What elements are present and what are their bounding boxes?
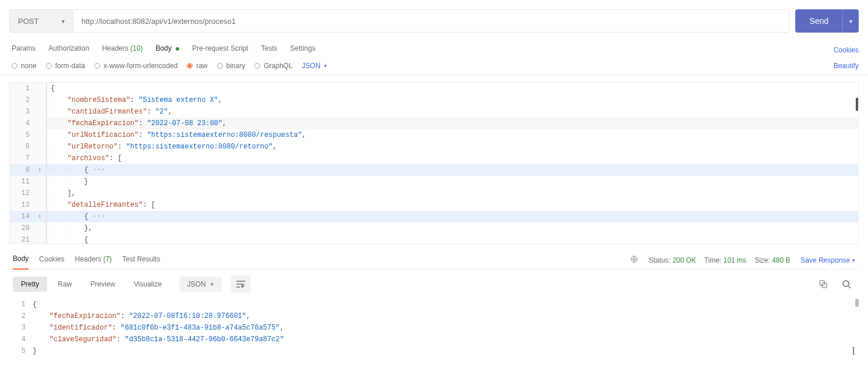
response-body-viewer[interactable]: I 1{2 "fechaExpiracion": "2022-07-08T16:… bbox=[9, 299, 859, 357]
code-line[interactable]: 6· "urlRetorno": "https:sistemaexterno:8… bbox=[10, 141, 858, 153]
line-number: 6 bbox=[10, 141, 33, 153]
line-number: 4 bbox=[10, 118, 33, 129]
line-number: 2 bbox=[9, 310, 33, 322]
view-visualize[interactable]: Visualize bbox=[126, 277, 170, 292]
fold-toggle bbox=[33, 94, 46, 106]
code-line[interactable]: 1{ bbox=[10, 83, 858, 94]
line-number: 1 bbox=[10, 83, 33, 94]
chevron-down-icon: ▾ bbox=[852, 257, 855, 263]
fold-toggle bbox=[33, 222, 46, 234]
response-toolbar: Pretty Raw Preview Visualize JSON ▾ bbox=[9, 270, 859, 299]
code-line[interactable]: 21· · { bbox=[10, 234, 858, 244]
send-button[interactable]: Send bbox=[795, 9, 842, 33]
copy-button[interactable] bbox=[814, 275, 832, 293]
radio-xwww[interactable]: x-www-form-urlencoded bbox=[94, 62, 177, 70]
body-modified-indicator bbox=[176, 47, 179, 51]
fold-toggle bbox=[33, 106, 46, 118]
caret-icon: I bbox=[852, 345, 855, 357]
copy-icon bbox=[819, 280, 827, 288]
globe-icon[interactable] bbox=[630, 255, 638, 265]
res-headers-count: (7) bbox=[103, 255, 112, 263]
scroll-indicator bbox=[856, 98, 858, 111]
fold-toggle[interactable]: › bbox=[33, 164, 46, 176]
code-line[interactable]: 3· "cantidadFirmantes": "2", bbox=[10, 106, 858, 118]
view-raw[interactable]: Raw bbox=[49, 277, 80, 292]
line-number: 20 bbox=[10, 222, 33, 234]
send-dropdown[interactable]: ▾ bbox=[842, 9, 859, 33]
fold-toggle bbox=[33, 129, 46, 141]
code-line[interactable]: 3 "identificador": "681c0f6b-e3f1-483a-9… bbox=[9, 322, 859, 334]
view-pretty[interactable]: Pretty bbox=[13, 277, 47, 292]
code-line[interactable]: 13· "detalleFirmantes": [ bbox=[10, 199, 858, 211]
search-icon bbox=[842, 280, 851, 289]
line-number: 1 bbox=[9, 299, 33, 310]
line-number: 11 bbox=[10, 176, 33, 188]
radio-none[interactable]: none bbox=[12, 62, 37, 70]
line-number: 4 bbox=[9, 334, 33, 345]
view-preview[interactable]: Preview bbox=[82, 277, 123, 292]
fold-toggle bbox=[33, 176, 46, 188]
line-number: 14 bbox=[10, 211, 33, 222]
fold-toggle[interactable]: › bbox=[33, 211, 46, 222]
raw-format-select[interactable]: JSON ▾ bbox=[302, 62, 327, 70]
chevron-down-icon: ▾ bbox=[211, 281, 214, 287]
res-tab-headers[interactable]: Headers (7) bbox=[75, 252, 112, 269]
response-section: Body Cookies Headers (7) Test Results St… bbox=[0, 244, 868, 357]
code-line[interactable]: 4 "claveSeguridad": "d35b8c1a-5318-4427-… bbox=[9, 334, 859, 345]
code-line[interactable]: 1{ bbox=[9, 299, 859, 310]
line-number: 3 bbox=[10, 106, 33, 118]
status-code: 200 OK bbox=[673, 256, 696, 264]
radio-raw[interactable]: raw bbox=[187, 62, 207, 70]
save-response-button[interactable]: Save Response ▾ bbox=[801, 256, 855, 264]
code-line[interactable]: 4· "fechaExpiracion": "2022-07-08 23:00"… bbox=[10, 118, 858, 129]
tab-headers[interactable]: Headers (10) bbox=[102, 42, 143, 58]
line-number: 13 bbox=[10, 199, 33, 211]
code-line[interactable]: 5} bbox=[9, 345, 859, 357]
res-tab-cookies[interactable]: Cookies bbox=[39, 252, 64, 269]
tab-tests[interactable]: Tests bbox=[261, 42, 278, 58]
code-line[interactable]: 7· "archivos": [ bbox=[10, 153, 858, 164]
tab-params[interactable]: Params bbox=[12, 42, 35, 58]
chevron-down-icon: ▾ bbox=[324, 63, 327, 69]
tab-body[interactable]: Body bbox=[155, 42, 179, 58]
response-status: Status: 200 OK Time: 101 ms Size: 480 B bbox=[649, 256, 790, 264]
wrap-lines-button[interactable] bbox=[231, 275, 251, 293]
res-tab-body[interactable]: Body bbox=[13, 251, 29, 270]
radio-formdata[interactable]: form-data bbox=[46, 62, 85, 70]
scroll-indicator bbox=[855, 299, 859, 307]
code-line[interactable]: 8›· · { ··· bbox=[10, 164, 858, 176]
fold-toggle bbox=[33, 199, 46, 211]
url-input[interactable]: http://localhost:8082/api/v1/externos/pr… bbox=[73, 9, 789, 33]
beautify-button[interactable]: Beautify bbox=[834, 62, 859, 70]
tab-settings[interactable]: Settings bbox=[290, 42, 315, 58]
fold-toggle bbox=[33, 188, 46, 199]
request-bar: POST ▾ http://localhost:8082/api/v1/exte… bbox=[0, 0, 868, 37]
search-button[interactable] bbox=[838, 275, 855, 293]
request-body-editor[interactable]: 1{2· "nombreSistema": "Sistema externo X… bbox=[9, 82, 859, 244]
code-line[interactable]: 11· · } bbox=[10, 176, 858, 188]
code-line[interactable]: 20· · }, bbox=[10, 222, 858, 234]
radio-graphql[interactable]: GraphQL bbox=[254, 62, 292, 70]
tab-prerequest[interactable]: Pre-request Script bbox=[192, 42, 248, 58]
response-tabs: Body Cookies Headers (7) Test Results St… bbox=[9, 251, 859, 270]
radio-binary[interactable]: binary bbox=[217, 62, 246, 70]
code-line[interactable]: 2 "fechaExpiracion": "2022-07-08T16:10:2… bbox=[9, 310, 859, 322]
fold-toggle bbox=[33, 234, 46, 244]
code-line[interactable]: 14›· · { ··· bbox=[10, 211, 858, 222]
chevron-down-icon: ▾ bbox=[849, 18, 852, 24]
response-size: 480 B bbox=[772, 256, 790, 264]
tab-authorization[interactable]: Authorization bbox=[48, 42, 89, 58]
cookies-link[interactable]: Cookies bbox=[834, 46, 859, 54]
line-number: 7 bbox=[10, 153, 33, 164]
response-time: 101 ms bbox=[724, 256, 746, 264]
fold-toggle bbox=[33, 153, 46, 164]
response-format-select[interactable]: JSON ▾ bbox=[179, 277, 222, 292]
code-line[interactable]: 5· "urlNotificacion": "https:sistemaexte… bbox=[10, 129, 858, 141]
headers-count: (10) bbox=[130, 44, 143, 52]
chevron-down-icon: ▾ bbox=[62, 18, 65, 24]
code-line[interactable]: 2· "nombreSistema": "Sistema externo X", bbox=[10, 94, 858, 106]
line-number: 2 bbox=[10, 94, 33, 106]
code-line[interactable]: 12· ], bbox=[10, 188, 858, 199]
method-select[interactable]: POST ▾ bbox=[9, 9, 73, 33]
res-tab-testresults[interactable]: Test Results bbox=[122, 252, 160, 269]
